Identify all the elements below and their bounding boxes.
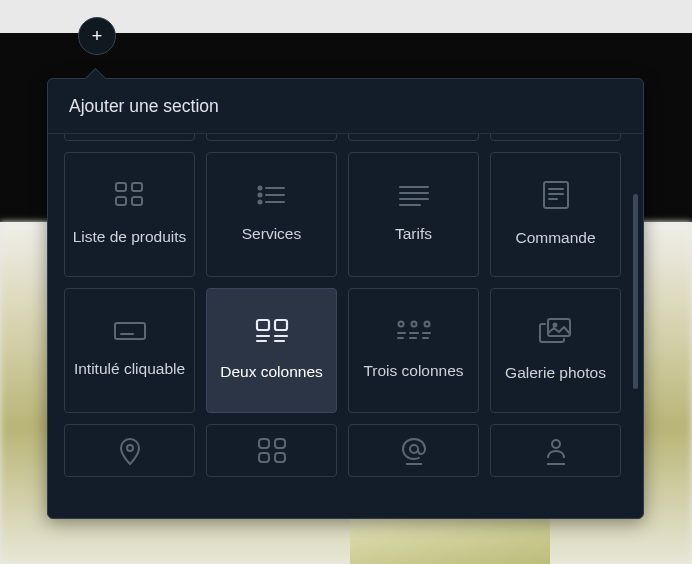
tile-order[interactable]: Commande — [490, 152, 621, 277]
tile-clickable-title[interactable]: Intitulé cliquable — [64, 288, 195, 413]
gallery-icon — [539, 317, 573, 345]
svg-point-26 — [398, 322, 403, 327]
svg-point-36 — [553, 324, 556, 327]
tile-two-columns[interactable]: Deux colonnes — [206, 288, 337, 413]
svg-rect-18 — [115, 323, 145, 339]
tile-pricing[interactable]: Tarifs — [348, 152, 479, 277]
tile-services[interactable]: Services — [206, 152, 337, 277]
svg-point-27 — [411, 322, 416, 327]
svg-rect-41 — [275, 453, 285, 462]
add-section-popover: Ajouter une section Liste de pr — [47, 78, 644, 519]
form-icon — [542, 180, 570, 210]
tile-label: Deux colonnes — [220, 362, 323, 383]
tile-location[interactable] — [64, 424, 195, 477]
section-grid: Liste de produits Services — [64, 134, 627, 477]
tile-label: Commande — [515, 228, 595, 249]
tile-product-list[interactable]: Liste de produits — [64, 152, 195, 277]
grid-4-icon — [114, 181, 146, 209]
scrollbar-thumb[interactable] — [633, 194, 638, 389]
tile-prev-3[interactable] — [348, 134, 479, 141]
add-section-fab[interactable]: + — [78, 17, 116, 55]
list-bullet-icon — [256, 184, 288, 206]
popover-title: Ajouter une section — [48, 79, 643, 134]
at-sign-icon — [400, 437, 428, 467]
svg-rect-40 — [259, 453, 269, 462]
lines-icon — [398, 184, 430, 206]
popover-body: Liste de produits Services — [48, 134, 643, 518]
grid-rounded-icon — [257, 437, 287, 465]
tile-contact[interactable] — [348, 424, 479, 477]
svg-rect-21 — [275, 320, 287, 330]
plus-icon: + — [92, 26, 103, 47]
tile-label: Liste de produits — [73, 227, 187, 248]
svg-point-42 — [410, 445, 418, 453]
svg-rect-0 — [116, 183, 126, 191]
tile-prev-2[interactable] — [206, 134, 337, 141]
svg-rect-20 — [257, 320, 269, 330]
tile-label: Trois colonnes — [363, 361, 463, 382]
tile-grid[interactable] — [206, 424, 337, 477]
tile-label: Services — [242, 224, 301, 245]
svg-point-4 — [258, 187, 261, 190]
tile-prev-1[interactable] — [64, 134, 195, 141]
svg-point-44 — [552, 440, 560, 448]
svg-point-8 — [258, 201, 261, 204]
map-pin-icon — [119, 437, 141, 467]
svg-rect-2 — [116, 197, 126, 205]
svg-point-28 — [424, 322, 429, 327]
tile-profile[interactable] — [490, 424, 621, 477]
svg-rect-35 — [548, 319, 570, 336]
svg-rect-1 — [132, 183, 142, 191]
tile-label: Galerie photos — [505, 363, 606, 384]
tile-label: Tarifs — [395, 224, 432, 245]
svg-rect-38 — [259, 439, 269, 448]
tile-photo-gallery[interactable]: Galerie photos — [490, 288, 621, 413]
person-icon — [543, 437, 569, 467]
svg-point-37 — [127, 445, 133, 451]
button-icon — [113, 321, 147, 341]
tile-prev-4[interactable] — [490, 134, 621, 141]
svg-rect-39 — [275, 439, 285, 448]
three-columns-icon — [396, 319, 432, 343]
two-columns-icon — [255, 318, 289, 344]
tile-three-columns[interactable]: Trois colonnes — [348, 288, 479, 413]
svg-point-6 — [258, 194, 261, 197]
svg-rect-3 — [132, 197, 142, 205]
tile-label: Intitulé cliquable — [74, 359, 185, 380]
